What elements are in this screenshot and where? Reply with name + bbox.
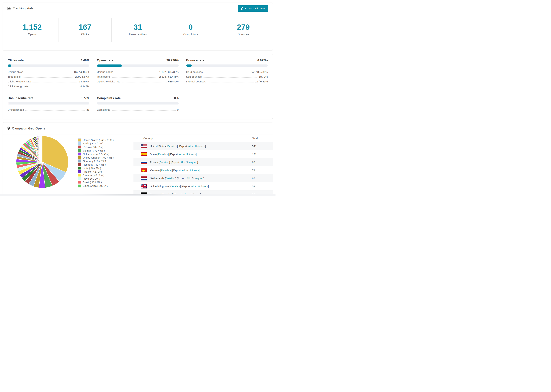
legend-item[interactable]: Spain ( 121 / 7% ): [78, 142, 114, 145]
dotted-leader: [25, 73, 72, 73]
export-all-link[interactable]: All ›: [180, 161, 185, 164]
legend-color-swatch: [78, 159, 81, 163]
bar-chart-icon: [7, 7, 11, 10]
dotted-leader: [22, 77, 74, 78]
rate-detail-label: Soft bounces: [186, 75, 202, 78]
legend-color-swatch: [78, 163, 81, 166]
export-all-link[interactable]: All ›: [182, 169, 187, 172]
export-basic-stats-label: Export basic stats: [245, 7, 265, 10]
rate-value: 0.77%: [81, 97, 89, 100]
column-header-total: Total: [252, 137, 273, 140]
legend-label: United Kingdom ( 59 / 3% ): [83, 156, 114, 159]
stat-value: 31: [112, 23, 164, 31]
legend-label: France ( 42 / 2% ): [83, 170, 103, 173]
vn-flag-icon: [141, 168, 147, 172]
legend-item[interactable]: Germany ( 55 / 3% ): [78, 159, 114, 163]
country-name: Russia: [150, 161, 159, 164]
export-all-link[interactable]: All ›: [191, 185, 196, 188]
rate-detail-row: Click through rate 4.147%: [8, 85, 89, 90]
rate-detail-label: Total clicks: [8, 75, 21, 78]
legend-item[interactable]: United Kingdom ( 59 / 3% ): [78, 156, 114, 159]
summary-stat-bounces: 279 Bounces: [217, 18, 270, 42]
geo-opens-table: Country Total United States [Details ›] …: [134, 134, 273, 196]
details-link[interactable]: Details ›: [161, 169, 171, 172]
export-unique-link[interactable]: Unique ›: [195, 145, 205, 147]
export-unique-link[interactable]: Unique ›: [189, 169, 199, 172]
export-icon: [240, 7, 243, 10]
export-unique-link[interactable]: Unique ›: [186, 153, 196, 156]
details-link[interactable]: Details ›: [160, 161, 169, 164]
rate-detail-value: 689.82%: [168, 80, 178, 83]
pie-legend: United States ( 541 / 31% ) Spain ( 121 …: [78, 138, 114, 188]
rate-detail-label: Hard bounces: [186, 70, 203, 74]
geo-title: Campaign Geo Opens: [7, 126, 45, 130]
export-all-link[interactable]: All ›: [188, 145, 193, 147]
total-cell: 59: [252, 185, 273, 188]
legend-item[interactable]: India ( 46 / 3% ): [78, 166, 114, 170]
table-header-row: Country Total: [134, 134, 273, 142]
geo-opens-pie-chart[interactable]: [16, 135, 69, 189]
rate-progress-fill: [97, 64, 122, 67]
rate-value: 30.736%: [167, 59, 179, 62]
export-basic-stats-button[interactable]: Export basic stats: [238, 5, 268, 12]
legend-color-swatch: [78, 152, 81, 156]
export-unique-link[interactable]: Unique ›: [198, 185, 208, 188]
legend-item[interactable]: United States ( 541 / 31% ): [78, 138, 114, 142]
legend-label: South Africa ( 29 / 2% ): [83, 184, 109, 187]
export-label: Export:: [178, 177, 186, 180]
rate-progress-fill: [186, 64, 192, 67]
legend-item[interactable]: Netherlands ( 67 / 4% ): [78, 152, 114, 156]
legend-item[interactable]: South Africa ( 29 / 2% ): [78, 184, 114, 188]
rate-value: 4.46%: [81, 59, 89, 62]
export-unique-link[interactable]: Unique ›: [193, 177, 204, 180]
summary-stat-unsubscribes: 31 Unsubscribes: [111, 18, 164, 42]
legend-item[interactable]: Brazil ( 33 / 2% ): [78, 181, 114, 184]
rate-detail-label: Opens to clicks rate: [97, 80, 120, 83]
legend-item[interactable]: Italy ( 36 / 2% ): [78, 177, 114, 181]
rate-detail-value: 14.497%: [79, 80, 89, 83]
details-link[interactable]: Details ›: [167, 145, 177, 147]
rate-block-opens-rate: Opens rate 30.736% Unique opens 1,152 / …: [97, 59, 178, 90]
table-row-vn: Vietnam [Details ›] [Export: All › / Uni…: [134, 166, 273, 174]
table-row-nl: Netherlands [Details ›] [Export: All › /…: [134, 174, 273, 182]
export-label: Export:: [173, 169, 181, 172]
legend-item[interactable]: Canada ( 40 / 2% ): [78, 173, 114, 177]
export-all-link[interactable]: All ›: [187, 177, 191, 180]
rate-detail-label: Internal bounces: [186, 80, 206, 83]
rate-block-complaints-rate: Complaints rate 0% Complaints 0: [97, 97, 178, 113]
legend-color-swatch: [78, 149, 81, 152]
details-link[interactable]: Details ›: [166, 177, 175, 180]
rate-detail-row: Hard bounces 242 / 86.738%: [186, 70, 268, 75]
rate-block-bounce-rate: Bounce rate 6.927% Hard bounces 242 / 86…: [186, 59, 268, 90]
country-cell: United Kingdom [Details ›] [Export: All …: [150, 185, 252, 188]
rate-detail-label: Clicks to opens rate: [8, 80, 31, 83]
rate-detail-value: 18 / 0%: [259, 75, 268, 78]
legend-item[interactable]: Romania ( 49 / 3% ): [78, 163, 114, 166]
tracking-stats-card: Tracking stats Export basic stats 1,152 …: [3, 3, 273, 50]
summary-stat-opens: 1,152 Opens: [6, 18, 58, 42]
export-unique-link[interactable]: Unique ›: [187, 161, 197, 164]
pie-slice[interactable]: [42, 136, 42, 162]
total-cell: 86: [252, 161, 273, 164]
country-cell: United States [Details ›] [Export: All ›…: [150, 145, 252, 148]
dotted-leader: [207, 82, 254, 83]
export-all-link[interactable]: All ›: [179, 153, 184, 156]
summary-stat-clicks: 167 Clicks: [58, 18, 111, 42]
rate-detail-row: Unique opens 1,152 / 30.736%: [97, 70, 178, 75]
legend-item[interactable]: Russia ( 86 / 5% ): [78, 145, 114, 149]
legend-color-swatch: [78, 170, 81, 173]
rate-progress-track: [8, 64, 89, 67]
legend-item[interactable]: Vietnam ( 79 / 5% ): [78, 149, 114, 152]
details-link[interactable]: Details ›: [170, 185, 180, 188]
export-label: Export:: [179, 145, 188, 147]
rate-detail-value: 19 / 6.81%: [255, 80, 268, 83]
legend-item[interactable]: France ( 42 / 2% ): [78, 170, 114, 173]
legend-label: Germany ( 55 / 3% ): [83, 160, 106, 162]
details-link[interactable]: Details ›: [158, 153, 168, 156]
legend-label: Canada ( 40 / 2% ): [83, 174, 104, 177]
legend-label: India ( 46 / 3% ): [83, 167, 101, 170]
geo-title-label: Campaign Geo Opens: [12, 126, 45, 130]
total-cell: 121: [252, 153, 273, 156]
summary-stats-grid: 1,152 Opens167 Clicks31 Unsubscribes0 Co…: [6, 18, 270, 42]
rate-detail-value: 4.147%: [80, 85, 90, 88]
